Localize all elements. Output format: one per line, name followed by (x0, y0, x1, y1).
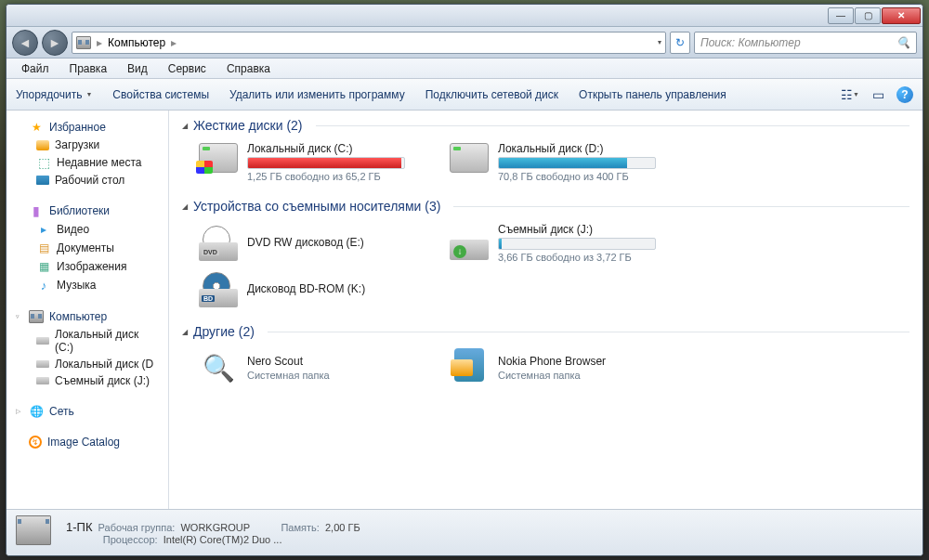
sidebar-item-drive-d[interactable]: Локальный диск (D (7, 356, 168, 372)
nero-scout[interactable]: Nero Scout Системная папка (199, 348, 422, 387)
document-icon: ▤ (36, 241, 51, 255)
section-removable[interactable]: ◢Устройства со съемными носителями (3) (182, 199, 909, 214)
explorer-window: — ▢ ✕ ◄ ► ▸ Компьютер ▸ ▾ ↻ Поиск: Компь… (6, 4, 923, 556)
sidebar-header-libraries[interactable]: ▮Библиотеки (7, 202, 168, 220)
status-text: 1-ПК Рабочая группа: WORKGROUP Память: 2… (66, 520, 360, 545)
collapse-icon: ◢ (182, 328, 188, 336)
computer-icon (29, 309, 44, 324)
breadcrumb-location[interactable]: Компьютер (108, 36, 165, 49)
sidebar-header-network[interactable]: ▷🌐Сеть (7, 402, 168, 421)
library-icon: ▮ (29, 203, 44, 218)
system-properties-button[interactable]: Свойства системы (112, 88, 209, 101)
dvd-icon: DVD (199, 226, 238, 261)
removable-icon: ↓ (450, 227, 489, 260)
sidebar-item-documents[interactable]: ▤Документы (7, 239, 168, 257)
image-icon: ▦ (36, 259, 51, 274)
back-button[interactable]: ◄ (12, 30, 38, 56)
toolbar: Упорядочить▼ Свойства системы Удалить ил… (7, 79, 922, 111)
recent-icon: ⬚ (36, 155, 51, 170)
dvd-drive-e[interactable]: DVD DVD RW дисковод (E:) (199, 223, 422, 263)
computer-icon (76, 36, 91, 49)
menu-help[interactable]: Справка (217, 60, 280, 77)
usage-bar (498, 157, 656, 169)
item-type: Системная папка (247, 370, 422, 381)
search-input[interactable]: Поиск: Компьютер 🔍 (694, 32, 917, 54)
address-dropdown-icon[interactable]: ▾ (658, 38, 661, 46)
section-other[interactable]: ◢Другие (2) (182, 324, 909, 339)
drive-label: DVD RW дисковод (E:) (247, 236, 422, 249)
removable-drive-j[interactable]: ↓ Съемный диск (J:) 3,66 ГБ свободно из … (450, 223, 673, 263)
sidebar-header-image-catalog[interactable]: ↯Image Catalog (7, 434, 168, 450)
sidebar-favorites: ★Избранное Загрузки ⬚Недавние места Рабо… (7, 118, 168, 189)
network-icon: 🌐 (29, 404, 44, 419)
forward-button[interactable]: ► (42, 30, 68, 56)
drive-icon (36, 377, 49, 384)
desktop-icon (36, 176, 49, 185)
drive-d[interactable]: Локальный диск (D:) 70,8 ГБ свободно из … (450, 142, 673, 182)
memory-value: 2,00 ГБ (325, 522, 360, 533)
search-placeholder: Поиск: Компьютер (700, 36, 801, 49)
bd-drive-k[interactable]: BD Дисковод BD-ROM (K:) (199, 272, 422, 307)
body: ★Избранное Загрузки ⬚Недавние места Рабо… (7, 111, 922, 509)
sidebar-item-video[interactable]: ▸Видео (7, 220, 168, 239)
drive-icon (36, 360, 49, 368)
menu-edit[interactable]: Правка (60, 60, 117, 77)
control-panel-button[interactable]: Открыть панель управления (579, 88, 726, 101)
workgroup-value: WORKGROUP (180, 522, 249, 533)
maximize-button[interactable]: ▢ (855, 7, 881, 24)
music-icon: ♪ (36, 278, 51, 293)
preview-pane-button[interactable]: ▭ (869, 85, 887, 104)
sidebar-item-drive-j[interactable]: Съемный диск (J:) (7, 372, 168, 389)
chevron-down-icon: ▼ (85, 91, 92, 98)
nokia-icon (454, 348, 484, 382)
sidebar-header-favorites[interactable]: ★Избранное (7, 118, 168, 137)
menubar: Файл Правка Вид Сервис Справка (7, 59, 922, 79)
drive-free-space: 1,25 ГБ свободно из 65,2 ГБ (247, 171, 422, 182)
sidebar: ★Избранное Загрузки ⬚Недавние места Рабо… (7, 111, 169, 509)
sidebar-network: ▷🌐Сеть (7, 402, 168, 421)
item-type: Системная папка (498, 370, 673, 381)
sidebar-item-music[interactable]: ♪Музыка (7, 276, 168, 294)
expand-icon: ▿ (16, 313, 23, 320)
sidebar-header-computer[interactable]: ▿Компьютер (7, 307, 168, 326)
cpu-value: Intel(R) Core(TM)2 Duo ... (164, 534, 282, 545)
breadcrumb-separator-icon[interactable]: ▸ (171, 36, 177, 49)
close-button[interactable]: ✕ (882, 7, 921, 24)
map-network-drive-button[interactable]: Подключить сетевой диск (425, 88, 558, 101)
menu-tools[interactable]: Сервис (159, 60, 216, 77)
search-icon[interactable]: 🔍 (896, 36, 910, 49)
menu-file[interactable]: Файл (12, 60, 59, 77)
drive-icon (450, 143, 489, 173)
collapse-icon: ◢ (182, 122, 188, 130)
item-label: Nokia Phone Browser (498, 355, 673, 368)
drive-free-space: 3,66 ГБ свободно из 3,72 ГБ (498, 252, 673, 263)
titlebar: — ▢ ✕ (7, 5, 922, 27)
sidebar-item-desktop[interactable]: Рабочий стол (7, 172, 168, 189)
view-options-button[interactable]: ☷▼ (841, 85, 859, 104)
nokia-phone-browser[interactable]: Nokia Phone Browser Системная папка (450, 348, 673, 387)
drive-label: Съемный диск (J:) (498, 223, 673, 236)
catalog-icon: ↯ (29, 436, 42, 449)
sidebar-image-catalog: ↯Image Catalog (7, 434, 168, 450)
statusbar: 1-ПК Рабочая группа: WORKGROUP Память: 2… (7, 509, 922, 555)
usage-bar (498, 238, 656, 250)
drive-c[interactable]: Локальный диск (С:) 1,25 ГБ свободно из … (199, 142, 422, 182)
collapse-icon: ◢ (182, 202, 188, 211)
sidebar-item-images[interactable]: ▦Изображения (7, 257, 168, 276)
menu-view[interactable]: Вид (118, 60, 157, 77)
expand-icon: ▷ (16, 408, 23, 415)
sidebar-item-recent[interactable]: ⬚Недавние места (7, 153, 168, 172)
star-icon: ★ (29, 120, 44, 135)
organize-button[interactable]: Упорядочить▼ (16, 88, 92, 101)
address-bar[interactable]: ▸ Компьютер ▸ ▾ (72, 32, 666, 54)
minimize-button[interactable]: — (828, 7, 854, 24)
help-button[interactable]: ? (896, 86, 913, 103)
pc-name: 1-ПК (66, 520, 92, 534)
refresh-button[interactable]: ↻ (670, 32, 690, 54)
navbar: ◄ ► ▸ Компьютер ▸ ▾ ↻ Поиск: Компьютер 🔍 (7, 27, 922, 59)
section-hdd[interactable]: ◢Жесткие диски (2) (182, 118, 909, 133)
drive-label: Локальный диск (С:) (247, 142, 422, 155)
sidebar-item-drive-c[interactable]: Локальный диск (С:) (7, 326, 168, 356)
sidebar-item-downloads[interactable]: Загрузки (7, 137, 168, 153)
uninstall-program-button[interactable]: Удалить или изменить программу (229, 88, 405, 101)
